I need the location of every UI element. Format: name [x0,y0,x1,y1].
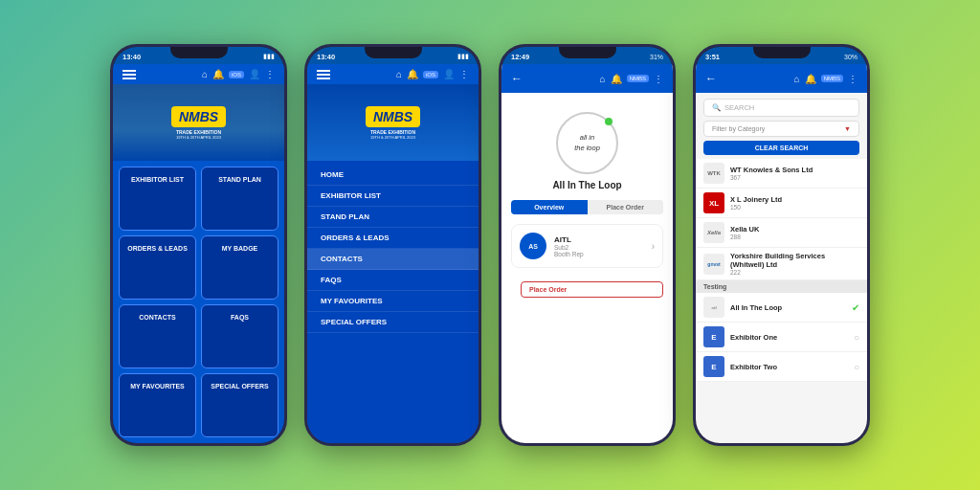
bell-icon-1[interactable]: 🔔 [212,69,224,79]
bell-icon-2[interactable]: 🔔 [407,69,418,79]
person-icon-2[interactable]: 👤 [443,69,455,79]
phone3-content: ← ⌂ 🔔 NMBS ⋮ all inthe loop All In The L… [501,64,673,443]
nmbs-badge-4: NMBS [821,75,843,82]
contact-info-3: AITL Sub2 Booth Rep [554,235,644,257]
tab-overview[interactable]: Overview [511,200,588,214]
exhibitor-list-btn[interactable]: EXHIBITOR LIST [119,167,196,231]
back-arrow-3[interactable]: ← [511,72,523,85]
tab-place-order[interactable]: Place Order [588,200,664,214]
phone4-topbar: ← ⌂ 🔔 NMBS ⋮ [696,64,867,93]
home-icon-2[interactable]: ⌂ [396,69,402,79]
xella-name: Xella UK [730,225,859,234]
aitl-testing-name: All In The Loop [730,303,846,312]
faqs-btn[interactable]: FAQS [201,304,278,368]
xella-info: Xella UK 288 [730,225,859,240]
phone2-topbar: ⌂ 🔔 iOS 👤 ⋮ [307,64,479,84]
aitl-logo-text: all inthe loop [574,133,600,153]
dots-icon-4[interactable]: ⋮ [848,74,858,84]
menu-stand-plan[interactable]: STAND PLAN [307,207,479,228]
exhibitor1-name: Exhibitor One [730,333,848,342]
grey-circle-2: ○ [854,362,859,372]
clear-search-btn[interactable]: CLEAR SEARCH [703,141,859,155]
menu-orders-leads[interactable]: ORDERS & LEADS [307,228,479,249]
aitl-company-name: All In The Loop [552,180,621,190]
filter-arrow-4: ▼ [844,125,851,132]
dots-icon-2[interactable]: ⋮ [459,69,469,79]
dots-icon-3[interactable]: ⋮ [654,74,663,84]
phone1-hero: NMBS TRADE EXHIBITION 19TH & 20TH APRIL … [113,84,284,161]
nmbs-text-2: NMBS [373,110,412,123]
list-item-wt[interactable]: WTK WT Knowles & Sons Ltd 367 [696,159,867,189]
search-bar-4[interactable]: 🔍 SEARCH [703,99,859,117]
contact-company-3: AITL [554,235,644,244]
menu-faqs[interactable]: FAQS [307,270,479,291]
exhibitor1-logo: E [703,326,724,347]
nmbs-logo-2: NMBS TRADE EXHIBITION 19TH & 20TH APRIL … [366,106,420,140]
list-item-xl[interactable]: XL X L Joinery Ltd 150 [696,189,867,218]
testing-section-header: Testing [696,280,867,293]
ybs-info: Yorkshire Building Services (Whitwell) L… [730,252,859,276]
battery-icon-2: ▮▮▮ [457,53,469,60]
wt-logo: WTK [703,163,724,184]
phone-3: 12:49 31% ← ⌂ 🔔 NMBS ⋮ all inthe loop [499,44,676,446]
wt-name: WT Knowles & Sons Ltd [730,166,859,174]
contact-avatar-3: AS [520,233,546,259]
dots-icon-1[interactable]: ⋮ [265,69,275,79]
menu-exhibitor-list[interactable]: EXHIBITOR LIST [307,186,479,207]
bell-icon-4[interactable]: 🔔 [805,74,816,84]
bell-icon-3[interactable]: 🔔 [611,74,622,84]
xl-info: X L Joinery Ltd 150 [730,195,859,211]
xl-logo: XL [703,192,724,213]
aitl-testing-info: All In The Loop [730,303,846,312]
time-2: 13:40 [317,53,335,61]
menu-my-favourites[interactable]: MY FAVOURITES [307,291,479,312]
nmbs-logo-1: NMBS TRADE EXHIBITION 19TH & 20TH APRIL … [171,106,226,140]
hamburger-menu-2[interactable] [317,70,330,79]
wt-num: 367 [730,174,859,181]
contacts-btn[interactable]: CONTACTS [119,304,196,368]
phone-1: 13:40 ▮▮▮ ⌂ 🔔 iOS 👤 ⋮ [110,44,287,446]
testing-item-exhibitor1[interactable]: E Exhibitor One ○ [696,323,867,352]
nmbs-badge-3: NMBS [627,75,649,82]
phone3-topbar: ← ⌂ 🔔 NMBS ⋮ [501,64,673,93]
person-icon-1[interactable]: 👤 [249,69,260,79]
phone1-grid: EXHIBITOR LIST STAND PLAN ORDERS & LEADS… [113,161,284,443]
menu-contacts[interactable]: CONTACTS [307,249,479,270]
ybs-logo: gnvst [703,254,724,275]
contact-sub-3: Sub2 [554,244,644,251]
hero-crowd-1: NMBS TRADE EXHIBITION 19TH & 20TH APRIL … [113,84,284,161]
home-icon-4[interactable]: ⌂ [794,74,800,84]
top-icons-1: ⌂ 🔔 iOS 👤 ⋮ [202,69,275,79]
phone1-content: ⌂ 🔔 iOS 👤 ⋮ NMBS TRADE EXHIBITION 19TH &… [113,64,284,443]
xl-name: X L Joinery Ltd [730,195,859,204]
notch-2 [365,47,422,58]
menu-special-offers[interactable]: SPECIAL OFFERS [307,312,479,333]
hamburger-menu-1[interactable] [122,70,136,79]
back-arrow-4[interactable]: ← [705,72,717,85]
special-offers-btn[interactable]: SPECIAL OFFERS [201,373,278,437]
nmbs-text-1: NMBS [179,110,218,123]
filter-bar-4[interactable]: Filter by Category ▼ [703,121,859,137]
notch-1 [170,47,228,58]
nmbs-subtitle-2: TRADE EXHIBITION [366,129,420,135]
my-badge-btn[interactable]: MY BADGE [201,235,278,300]
list-item-ybs[interactable]: gnvst Yorkshire Building Services (Whitw… [696,248,867,280]
contact-role-3: Booth Rep [554,251,644,257]
aitl-logo: all inthe loop [556,112,618,174]
nmbs-date-1: 19TH & 20TH APRIL 2023 [171,135,226,140]
home-icon-3[interactable]: ⌂ [600,74,606,84]
list-item-xella[interactable]: Xella Xella UK 288 [696,218,867,248]
nmbs-date-2: 19TH & 20TH APRIL 2023 [366,135,420,140]
menu-home[interactable]: HOME [307,165,479,186]
stand-plan-btn[interactable]: STAND PLAN [201,167,278,231]
my-favourites-btn[interactable]: MY FAVOURITES [119,373,196,437]
place-order-btn[interactable]: Place Order [521,281,663,298]
home-icon-1[interactable]: ⌂ [202,69,208,79]
testing-item-exhibitor2[interactable]: E Exhibitor Two ○ [696,352,867,382]
phone2-menu: HOME EXHIBITOR LIST STAND PLAN ORDERS & … [307,161,479,443]
testing-item-aitl[interactable]: aitl All In The Loop ✔ [696,293,867,323]
status-icons-1: ▮▮▮ [263,53,275,60]
orders-leads-btn[interactable]: ORDERS & LEADS [119,235,196,300]
phone-4: 3:51 30% ← ⌂ 🔔 NMBS ⋮ 🔍 SEARCH Filter by [693,44,870,446]
wt-info: WT Knowles & Sons Ltd 367 [730,166,859,181]
